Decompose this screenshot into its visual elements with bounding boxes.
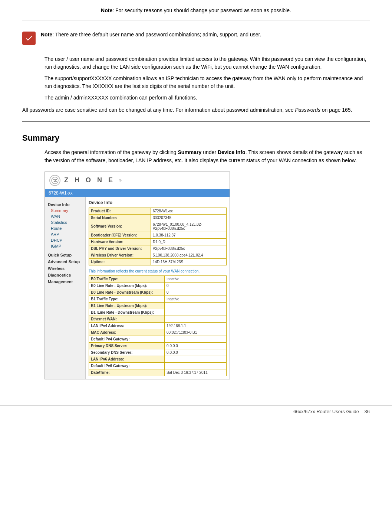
table-cell-value: 6728-W1-xx [151, 208, 226, 214]
top-note: Note: For security reasons you should ch… [22, 7, 370, 13]
device-info-title: Device Info [89, 200, 227, 205]
table-cell-value: A2pv4bF038n.d25c [151, 245, 226, 252]
status-cell-value [165, 336, 227, 342]
note-box: Note: There are three default user name … [22, 27, 370, 49]
gateway-model-label: 6728-W1-xx [49, 190, 73, 196]
sidebar-group-device-info: Device Info [45, 201, 85, 208]
table-cell-label: Software Version: [89, 221, 151, 232]
table-row: B0 Traffic Type:Inactive [89, 275, 227, 282]
sidebar-item-wan[interactable]: WAN [45, 213, 85, 219]
sidebar-item-statistics[interactable]: Statistics [45, 219, 85, 225]
table-row: B1 lLine Rate - Downstream (Kbps): [89, 309, 227, 316]
table-row: Hardware Version:R1.0_D [89, 238, 227, 245]
table-row: Default IPv4 Gateway: [89, 336, 227, 342]
status-cell-label: Ethernet WAN: [89, 316, 165, 322]
table-cell-value: 5.100.138.2008.cpe4.12L.02.4 [151, 252, 226, 258]
status-cell-value: 0 [165, 282, 227, 289]
sidebar-group-diagnostics: Diagnostics [45, 271, 85, 278]
table-cell-label: DSL PHY and Driver Version: [89, 245, 151, 252]
para-2: The support/supportXXXXXX combination al… [45, 75, 370, 90]
status-cell-value [165, 356, 227, 362]
divider-top [22, 20, 370, 20]
checkmark-icon [25, 34, 33, 42]
sidebar-group-advanced-setup: Advanced Setup [45, 258, 85, 265]
gateway-sidebar: Device Info Summary WAN Statistics Route… [45, 197, 86, 379]
table-row: B0 Line Rate - Downstream (Kbps):0 [89, 289, 227, 296]
table-cell-value: 1.0.38-112.37 [151, 232, 226, 238]
table-cell-value: R1.0_D [151, 238, 226, 245]
table-cell-label: Serial Number: [89, 214, 151, 221]
status-cell-value [165, 316, 227, 322]
status-cell-label: LAN IPv6 Address: [89, 356, 165, 362]
status-cell-label: MAC Address: [89, 329, 165, 336]
table-row: Default IPv6 Gateway: [89, 362, 227, 369]
table-row: DSL PHY and Driver Version:A2pv4bF038n.d… [89, 245, 227, 252]
status-cell-label: Secondary DNS Server: [89, 349, 165, 356]
section-body: Access the general information of the ga… [45, 148, 370, 165]
zhone-logo-icon [51, 177, 59, 184]
status-cell-label: B1 Line Rate - Upstream (kbps): [89, 302, 165, 309]
para-3: The admin / adminXXXXXX combination can … [45, 94, 370, 102]
top-note-text: : For security reasons you should change… [112, 7, 291, 13]
note-label: Note [41, 32, 52, 37]
status-cell-label: Default IPv4 Gateway: [89, 336, 165, 342]
sidebar-group-wireless: Wireless [45, 265, 85, 271]
passwords-link: Passwords [295, 107, 320, 113]
table-row: Product ID:6728-W1-xx [89, 208, 227, 214]
status-cell-value: Sat Dec 3 16:37:17 2011 [165, 369, 227, 376]
indented-block: The user / user name and password combin… [45, 55, 370, 102]
table-row: Ethernet WAN: [89, 316, 227, 322]
status-cell-label: B0 Traffic Type: [89, 275, 165, 282]
sidebar-item-route[interactable]: Route [45, 225, 85, 231]
status-cell-label: Date/Time: [89, 369, 165, 376]
status-cell-value: 0.0.0.0 [165, 349, 227, 356]
table-cell-value: 14D 16H 37M 23S [151, 258, 226, 265]
trademark: ® [119, 179, 122, 182]
para-1: The user / user name and password combin… [45, 55, 370, 71]
table-row: Serial Number:303207345 [89, 214, 227, 221]
status-cell-label: B1 Traffic Type: [89, 296, 165, 302]
table-cell-label: Bootloader (CFE) Version: [89, 232, 151, 238]
page-footer: 66xx/67xx Router Users Guide 36 [0, 405, 392, 417]
status-cell-label: B1 lLine Rate - Downstream (Kbps): [89, 309, 165, 316]
status-cell-value [165, 309, 227, 316]
note-icon [22, 32, 36, 45]
table-cell-label: Hardware Version: [89, 238, 151, 245]
sidebar-item-dhcp[interactable]: DHCP [45, 237, 85, 243]
status-cell-label: LAN IPv4 Address: [89, 322, 165, 329]
status-cell-value: 0 [165, 289, 227, 296]
sidebar-item-igmp[interactable]: IGMP [45, 243, 85, 249]
table-row: B1 Line Rate - Upstream (kbps): [89, 302, 227, 309]
note-body: There are three default user name and pa… [54, 32, 261, 37]
table-row: Uptime:14D 16H 37M 23S [89, 258, 227, 265]
gateway-screenshot: Z H O N E® 6728-W1-xx Device Info Summar… [45, 172, 230, 379]
gateway-main: Device Info Product ID:6728-W1-xxSerial … [86, 197, 230, 379]
device-info-table: Product ID:6728-W1-xxSerial Number:30320… [89, 208, 227, 265]
sidebar-item-arp[interactable]: ARP [45, 231, 85, 237]
table-row: Wireless Driver Version:5.100.138.2008.c… [89, 252, 227, 258]
status-cell-label: B0 Line Rate - Upstream (kbps): [89, 282, 165, 289]
wan-status-text: This information reflects the current st… [89, 269, 227, 273]
sidebar-item-summary[interactable]: Summary [45, 208, 85, 213]
table-cell-label: Uptime: [89, 258, 151, 265]
zhone-logo-text: Z H O N E [64, 176, 115, 184]
status-cell-value: Inactive [165, 296, 227, 302]
zhone-logo-circle [49, 175, 60, 186]
svg-point-0 [52, 177, 58, 184]
table-row: Software Version:6728-W1_01.00.08_4.12L.… [89, 221, 227, 232]
status-cell-value [165, 362, 227, 369]
status-cell-value [165, 302, 227, 309]
sidebar-group-quick-setup: Quick Setup [45, 251, 85, 258]
zhone-logo-bar: Z H O N E® [45, 172, 230, 189]
status-cell-label: B0 Line Rate - Downstream (Kbps): [89, 289, 165, 296]
status-cell-value: 0.0.0.0 [165, 342, 227, 349]
table-row: Date/Time:Sat Dec 3 16:37:17 2011 [89, 369, 227, 376]
all-passwords-text: All passwords are case sensitive and can… [22, 106, 370, 114]
gateway-body: Device Info Summary WAN Statistics Route… [45, 197, 230, 379]
table-cell-label: Wireless Driver Version: [89, 252, 151, 258]
table-row: Bootloader (CFE) Version:1.0.38-112.37 [89, 232, 227, 238]
table-cell-label: Product ID: [89, 208, 151, 214]
status-cell-value: Inactive [165, 275, 227, 282]
wan-status-table: B0 Traffic Type:InactiveB0 Line Rate - U… [89, 275, 227, 376]
table-row: B0 Line Rate - Upstream (kbps):0 [89, 282, 227, 289]
